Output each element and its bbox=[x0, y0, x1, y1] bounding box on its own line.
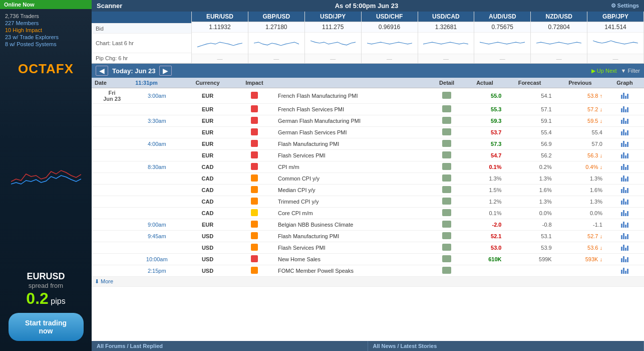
graph-icon[interactable] bbox=[621, 267, 628, 274]
more-row[interactable]: ⬇ More bbox=[92, 277, 644, 287]
graph-icon[interactable] bbox=[621, 221, 628, 228]
graph-icon[interactable] bbox=[621, 174, 628, 182]
detail-icon[interactable] bbox=[442, 198, 451, 205]
event-graph[interactable] bbox=[605, 173, 644, 185]
event-graph[interactable] bbox=[605, 104, 644, 115]
event-graph[interactable] bbox=[605, 185, 644, 196]
posted-systems-link[interactable]: 8 w/ Posted Systems bbox=[5, 41, 57, 47]
cal-next-button[interactable]: ▶ bbox=[159, 66, 172, 76]
event-detail[interactable] bbox=[429, 88, 465, 104]
detail-icon[interactable] bbox=[442, 232, 451, 239]
event-time bbox=[132, 196, 181, 208]
graph-icon[interactable] bbox=[621, 232, 628, 239]
cal-prev-button[interactable]: ◀ bbox=[96, 66, 108, 76]
detail-icon[interactable] bbox=[442, 255, 451, 262]
members-link[interactable]: 227 Members bbox=[5, 20, 39, 26]
event-detail[interactable] bbox=[429, 104, 465, 115]
start-trading-button[interactable]: Start trading now bbox=[9, 313, 84, 341]
event-graph[interactable] bbox=[605, 88, 644, 104]
settings-link[interactable]: ⚙ Settings bbox=[611, 3, 639, 9]
graph-icon[interactable] bbox=[621, 244, 628, 251]
graph-icon[interactable] bbox=[621, 105, 628, 112]
graph-icon[interactable] bbox=[621, 186, 628, 193]
sparkline-svg bbox=[536, 34, 581, 53]
event-detail[interactable] bbox=[429, 254, 465, 265]
event-graph[interactable] bbox=[605, 150, 644, 161]
graph-icon[interactable] bbox=[621, 92, 628, 99]
event-name: Belgian NBB Business Climate bbox=[275, 219, 429, 231]
event-graph[interactable] bbox=[605, 242, 644, 254]
scanner-pair-GBPJPY: GBP/JPY 141.514 — bbox=[587, 12, 644, 63]
event-detail[interactable] bbox=[429, 208, 465, 219]
pair-header[interactable]: USD/JPY bbox=[305, 12, 361, 22]
event-detail[interactable] bbox=[429, 150, 465, 161]
event-graph[interactable] bbox=[605, 254, 644, 265]
graph-icon[interactable] bbox=[621, 198, 628, 205]
graph-icon[interactable] bbox=[621, 209, 628, 216]
pair-header[interactable]: GBP/JPY bbox=[587, 12, 643, 22]
pair-header[interactable]: AUD/USD bbox=[474, 12, 530, 22]
event-impact bbox=[234, 254, 275, 265]
event-detail[interactable] bbox=[429, 219, 465, 231]
graph-icon[interactable] bbox=[621, 128, 628, 135]
pair-header[interactable]: NZD/USD bbox=[531, 12, 587, 22]
detail-icon[interactable] bbox=[442, 221, 451, 228]
impact-icon bbox=[251, 267, 258, 274]
detail-icon[interactable] bbox=[442, 267, 451, 274]
event-detail[interactable] bbox=[429, 138, 465, 150]
graph-bar bbox=[623, 152, 624, 158]
event-graph[interactable] bbox=[605, 231, 644, 242]
event-forecast: 59.1 bbox=[504, 115, 554, 127]
detail-icon[interactable] bbox=[442, 163, 451, 170]
impact-icon bbox=[251, 105, 258, 112]
graph-icon[interactable] bbox=[621, 140, 628, 147]
more-button[interactable]: ⬇ More bbox=[92, 277, 644, 287]
event-detail[interactable] bbox=[429, 115, 465, 127]
graph-bar bbox=[627, 153, 628, 158]
event-graph[interactable] bbox=[605, 115, 644, 127]
detail-icon[interactable] bbox=[442, 244, 451, 251]
detail-icon[interactable] bbox=[442, 92, 451, 99]
event-detail[interactable] bbox=[429, 161, 465, 173]
detail-icon[interactable] bbox=[442, 128, 451, 135]
event-previous: 0.0% bbox=[555, 208, 605, 219]
filter-button[interactable]: ▼ Filter bbox=[621, 68, 640, 74]
event-detail[interactable] bbox=[429, 127, 465, 138]
event-graph[interactable] bbox=[605, 196, 644, 208]
main-content: Scanner As of 5:00pm Jun 23 ⚙ Settings B… bbox=[92, 0, 644, 351]
event-detail[interactable] bbox=[429, 196, 465, 208]
pair-header[interactable]: EUR/USD bbox=[192, 12, 248, 22]
event-graph[interactable] bbox=[605, 138, 644, 150]
event-graph[interactable] bbox=[605, 208, 644, 219]
graph-bar bbox=[625, 213, 626, 216]
pair-header[interactable]: USD/CAD bbox=[418, 12, 474, 22]
detail-icon[interactable] bbox=[442, 105, 451, 112]
event-graph[interactable] bbox=[605, 127, 644, 138]
detail-icon[interactable] bbox=[442, 117, 451, 124]
high-impact-link[interactable]: 10 High Impact bbox=[5, 27, 42, 33]
detail-icon[interactable] bbox=[442, 186, 451, 193]
pair-header[interactable]: USD/CHF bbox=[362, 12, 418, 22]
detail-icon[interactable] bbox=[442, 140, 451, 147]
graph-icon[interactable] bbox=[621, 255, 628, 262]
event-detail[interactable] bbox=[429, 265, 465, 277]
event-detail[interactable] bbox=[429, 173, 465, 185]
event-graph[interactable] bbox=[605, 219, 644, 231]
detail-icon[interactable] bbox=[442, 174, 451, 182]
pair-header[interactable]: GBP/USD bbox=[248, 12, 304, 22]
detail-icon[interactable] bbox=[442, 151, 451, 158]
detail-icon[interactable] bbox=[442, 209, 451, 216]
up-next-button[interactable]: ▶ Up Next bbox=[591, 68, 617, 74]
event-detail[interactable] bbox=[429, 185, 465, 196]
graph-icon[interactable] bbox=[621, 117, 628, 124]
graph-icon[interactable] bbox=[621, 163, 628, 170]
event-graph[interactable] bbox=[605, 161, 644, 173]
event-detail[interactable] bbox=[429, 231, 465, 242]
event-date bbox=[92, 208, 132, 219]
graph-icon[interactable] bbox=[621, 151, 628, 158]
event-date bbox=[92, 219, 132, 231]
event-time: 3:00am bbox=[132, 88, 181, 104]
trade-explorers-link[interactable]: 23 w/ Trade Explorers bbox=[5, 34, 59, 40]
event-graph[interactable] bbox=[605, 265, 644, 277]
event-detail[interactable] bbox=[429, 242, 465, 254]
